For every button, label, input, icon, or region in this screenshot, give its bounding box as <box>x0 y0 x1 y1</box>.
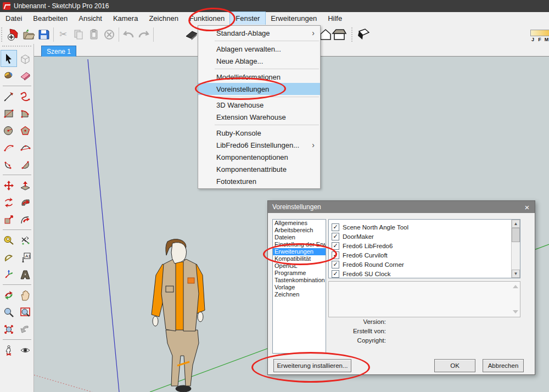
look-around-tool[interactable] <box>17 341 33 359</box>
menu-item-komponentenattribute[interactable]: Komponentenattribute <box>198 163 320 175</box>
zoom-extents-tool[interactable] <box>1 321 17 338</box>
scene-tab[interactable]: Szene 1 <box>41 46 76 57</box>
pie-tool[interactable] <box>17 156 33 173</box>
rotated-rectangle-tool[interactable] <box>17 105 33 122</box>
toolbar-drag-handle[interactable] <box>2 46 31 50</box>
previous-view-tool[interactable] <box>17 321 33 338</box>
3d-text-tool[interactable] <box>17 266 33 283</box>
menu-item-neue-ablage[interactable]: Neue Ablage... <box>198 55 320 67</box>
rectangle-tool[interactable] <box>1 105 17 122</box>
extension-row[interactable]: ✓Fredo6 LibFredo6 <box>329 241 520 250</box>
preferences-dialog: Voreinstellungen × Allgemeines Arbeitsbe… <box>267 200 535 375</box>
redo-button[interactable] <box>136 27 152 42</box>
two-point-arc-tool[interactable] <box>17 139 33 156</box>
blue-axis <box>88 59 119 392</box>
month-gradient-strip[interactable] <box>530 30 549 36</box>
category-zeichnen[interactable]: Zeichnen <box>273 291 326 298</box>
extension-row[interactable]: ✓Fredo6 Round Corner <box>329 260 520 269</box>
dialog-title-bar[interactable]: Voreinstellungen × <box>268 201 535 213</box>
cancel-button[interactable]: Abbrechen <box>483 359 524 372</box>
scroll-down-icon[interactable]: ▼ <box>512 270 520 278</box>
extension-row[interactable]: ✓DoorMaker <box>329 232 520 241</box>
category-programme[interactable]: Programme <box>273 270 326 277</box>
copy-button[interactable] <box>71 27 86 42</box>
make-component-tool[interactable] <box>17 50 33 67</box>
checkbox-checked-icon[interactable]: ✓ <box>332 233 339 240</box>
menu-item-ruby-konsole[interactable]: Ruby-Konsole <box>198 127 320 139</box>
push-pull-tool[interactable] <box>17 177 33 194</box>
extension-row[interactable]: ✓Fredo6 SU Clock <box>329 269 520 278</box>
arc-tool[interactable] <box>1 139 17 156</box>
extension-row[interactable]: ✓Scene North Angle Tool <box>329 222 520 232</box>
rotate-tool[interactable] <box>1 194 17 211</box>
pan-tool[interactable] <box>17 287 33 304</box>
axes-tool[interactable] <box>1 266 17 283</box>
menu-kamera[interactable]: Kamera <box>108 12 144 25</box>
category-allgemeines[interactable]: Allgemeines <box>273 220 326 227</box>
scrollbar-thumb[interactable] <box>512 228 520 242</box>
category-vorlage[interactable]: Vorlage <box>273 284 326 291</box>
paste-button[interactable] <box>86 27 102 42</box>
dialog-title: Voreinstellungen <box>272 203 321 211</box>
tape-measure-tool[interactable] <box>1 232 17 249</box>
menu-erweiterungen[interactable]: Erweiterungen <box>265 12 322 25</box>
select-tool[interactable] <box>1 50 17 67</box>
title-bar[interactable]: Unbenannt - SketchUp Pro 2016 <box>0 0 549 12</box>
extensions-scrollbar[interactable]: ▲ ▼ <box>511 220 520 278</box>
three-point-arc-tool[interactable] <box>1 156 17 173</box>
move-tool[interactable] <box>1 177 17 194</box>
checkbox-checked-icon[interactable]: ✓ <box>332 223 339 231</box>
text-tool[interactable]: A1 <box>17 249 33 266</box>
menu-item-extension-warehouse[interactable]: Extension Warehouse <box>198 111 320 123</box>
house-button[interactable] <box>332 26 347 42</box>
ok-button[interactable]: OK <box>434 359 475 372</box>
paint-bucket-tool[interactable] <box>1 67 17 84</box>
menu-bar: Datei Bearbeiten Ansicht Kamera Zeichnen… <box>0 12 549 25</box>
eraser-tool[interactable] <box>17 67 33 84</box>
orbit-tool[interactable] <box>1 287 17 304</box>
menu-item-komponentenoptionen[interactable]: Komponentenoptionen <box>198 151 320 163</box>
category-tastenkombination[interactable]: Tastenkombination <box>273 277 326 284</box>
new-button[interactable] <box>5 27 21 42</box>
shadows-toggle-button[interactable] <box>356 26 371 42</box>
save-button[interactable] <box>36 27 52 42</box>
scroll-down-icon[interactable] <box>513 310 518 313</box>
shadow-month-slider[interactable]: JFMAMJJASOND <box>530 30 549 46</box>
undo-button[interactable] <box>121 27 136 42</box>
position-camera-tool[interactable] <box>1 341 17 359</box>
checkbox-checked-icon[interactable]: ✓ <box>332 261 339 268</box>
open-button[interactable] <box>21 27 36 42</box>
cut-button[interactable]: ✂ <box>55 27 71 42</box>
polygon-tool[interactable] <box>17 122 33 139</box>
menu-ansicht[interactable]: Ansicht <box>73 12 108 25</box>
extension-description-box[interactable] <box>328 281 520 317</box>
menu-item-fototexturen[interactable]: Fototexturen <box>198 175 320 187</box>
menu-item-3d-warehouse[interactable]: 3D Warehouse <box>198 99 320 111</box>
category-dateien[interactable]: Dateien <box>273 234 326 241</box>
menu-bearbeiten[interactable]: Bearbeiten <box>27 12 73 25</box>
follow-me-tool[interactable] <box>17 194 33 211</box>
zoom-tool[interactable] <box>1 304 17 321</box>
scroll-up-icon[interactable]: ▲ <box>512 220 520 228</box>
dimensions-tool[interactable] <box>17 232 33 249</box>
zoom-window-tool[interactable] <box>17 304 33 321</box>
freehand-tool[interactable] <box>17 88 33 105</box>
checkbox-checked-icon[interactable]: ✓ <box>332 270 339 278</box>
person-figure[interactable] <box>152 239 205 392</box>
protractor-tool[interactable] <box>1 249 17 266</box>
line-tool[interactable] <box>1 88 17 105</box>
circle-tool[interactable] <box>1 122 17 139</box>
menu-datei[interactable]: Datei <box>0 12 27 25</box>
offset-tool[interactable] <box>17 211 33 228</box>
scroll-up-icon[interactable] <box>513 285 518 288</box>
category-arbeitsbereich[interactable]: Arbeitsbereich <box>273 227 326 234</box>
menu-zeichnen[interactable]: Zeichnen <box>143 12 183 25</box>
scale-tool[interactable] <box>1 211 17 228</box>
checkbox-checked-icon[interactable]: ✓ <box>332 242 339 250</box>
menu-hilfe[interactable]: Hilfe <box>322 12 348 25</box>
close-icon[interactable]: × <box>522 201 533 212</box>
extension-row[interactable]: ✓Fredo6 Curviloft <box>329 250 520 260</box>
delete-button[interactable] <box>102 27 117 42</box>
menu-item-ablagen-verwalten[interactable]: Ablagen verwalten... <box>198 43 320 55</box>
menu-item-libfredo6-einstellungen[interactable]: LibFredo6 Einstellungen...› <box>198 139 320 151</box>
